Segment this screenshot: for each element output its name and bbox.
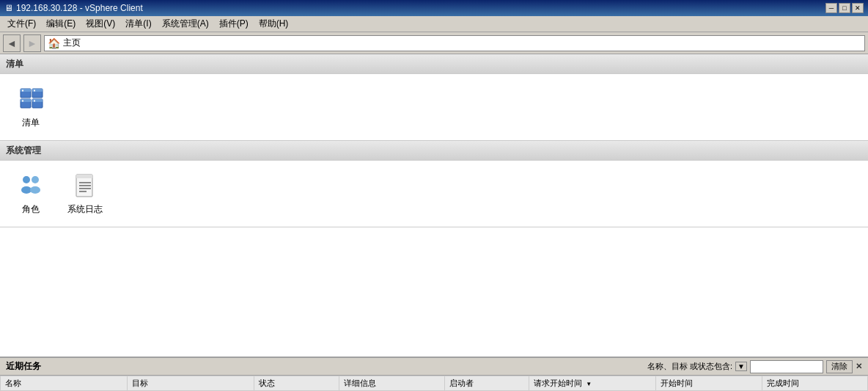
menu-file[interactable]: 文件(F) <box>3 16 40 32</box>
svg-rect-11 <box>34 101 35 102</box>
main-content: 清单 <box>0 54 868 357</box>
recent-tasks-header: 近期任务 名称、目标 或状态包含: ▼ 清除 ✕ <box>0 358 868 376</box>
section-qingdan-header: 清单 <box>0 54 868 74</box>
maximize-button[interactable]: □ <box>839 3 850 13</box>
section-xitong-content: 角色 系统日志 <box>0 161 868 227</box>
col-initiator[interactable]: 启动者 <box>444 376 529 391</box>
col-name[interactable]: 名称 <box>1 376 128 391</box>
forward-button[interactable]: ► <box>23 34 41 52</box>
title-bar-controls: ─ □ ✕ <box>825 3 864 13</box>
col-req-start[interactable]: 请求开始时间 ▼ <box>529 376 656 391</box>
task-table: 名称 目标 状态 详细信息 启动者 请求开始时间 ▼ 开始时间 完成时间 <box>0 376 868 391</box>
role-label: 角色 <box>22 203 40 216</box>
sort-icon: ▼ <box>586 381 592 387</box>
svg-point-14 <box>32 176 39 183</box>
qingdan-item[interactable]: 清单 <box>7 81 54 133</box>
menu-bar: 文件(F) 编辑(E) 视图(V) 清单(I) 系统管理(A) 插件(P) 帮助… <box>0 16 868 32</box>
section-qingdan: 清单 <box>0 54 868 141</box>
address-text: 主页 <box>63 37 81 49</box>
title-bar-left: 🖥 192.168.30.128 - vSphere Client <box>4 3 143 13</box>
address-bar: 🏠 主页 <box>44 35 865 51</box>
svg-point-15 <box>30 186 40 194</box>
title-bar: 🖥 192.168.30.128 - vSphere Client ─ □ ✕ <box>0 0 868 16</box>
task-filter-input[interactable] <box>750 360 823 373</box>
back-button[interactable]: ◄ <box>3 34 21 52</box>
syslog-icon <box>70 171 100 200</box>
role-item[interactable]: 角色 <box>7 168 54 219</box>
empty-area <box>0 227 868 357</box>
title-bar-title: 192.168.30.128 - vSphere Client <box>16 3 143 13</box>
minimize-button[interactable]: ─ <box>825 3 837 13</box>
qingdan-icon <box>16 84 45 114</box>
menu-inventory[interactable]: 清单(I) <box>121 16 155 32</box>
svg-point-12 <box>23 176 30 183</box>
menu-admin[interactable]: 系统管理(A) <box>158 16 213 32</box>
menu-help[interactable]: 帮助(H) <box>254 16 293 32</box>
syslog-label: 系统日志 <box>67 203 103 216</box>
recent-tasks-title: 近期任务 <box>6 360 41 373</box>
svg-rect-8 <box>34 90 35 92</box>
svg-rect-5 <box>22 101 23 102</box>
menu-view[interactable]: 视图(V) <box>81 16 119 32</box>
title-bar-icon: 🖥 <box>4 3 13 13</box>
section-xitong-header: 系统管理 <box>0 141 868 161</box>
section-qingdan-content: 清单 <box>0 74 868 140</box>
bottom-panel: 近期任务 名称、目标 或状态包含: ▼ 清除 ✕ 名称 目标 状态 详细信息 启… <box>0 357 868 391</box>
section-xitong: 系统管理 角色 <box>0 141 868 227</box>
menu-plugin[interactable]: 插件(P) <box>215 16 253 32</box>
col-details[interactable]: 详细信息 <box>339 376 444 391</box>
syslog-item[interactable]: 系统日志 <box>62 168 108 219</box>
filter-dropdown-icon[interactable]: ▼ <box>735 362 747 371</box>
qingdan-label: 清单 <box>22 117 40 129</box>
col-target[interactable]: 目标 <box>128 376 254 391</box>
task-close-button[interactable]: ✕ <box>856 362 862 371</box>
task-filter-label: 名称、目标 或状态包含: <box>647 361 732 372</box>
col-status[interactable]: 状态 <box>254 376 339 391</box>
task-clear-button[interactable]: 清除 <box>826 360 853 373</box>
role-icon <box>16 171 45 200</box>
home-icon: 🏠 <box>48 37 60 49</box>
col-complete[interactable]: 完成时间 <box>762 376 867 391</box>
svg-point-13 <box>21 186 32 194</box>
menu-edit[interactable]: 编辑(E) <box>42 16 80 32</box>
close-button[interactable]: ✕ <box>852 3 864 13</box>
svg-rect-17 <box>76 175 92 178</box>
toolbar: ◄ ► 🏠 主页 <box>0 32 868 54</box>
col-start[interactable]: 开始时间 <box>656 376 762 391</box>
svg-rect-2 <box>22 90 23 92</box>
task-filter-area: 名称、目标 或状态包含: ▼ 清除 ✕ <box>647 360 862 373</box>
